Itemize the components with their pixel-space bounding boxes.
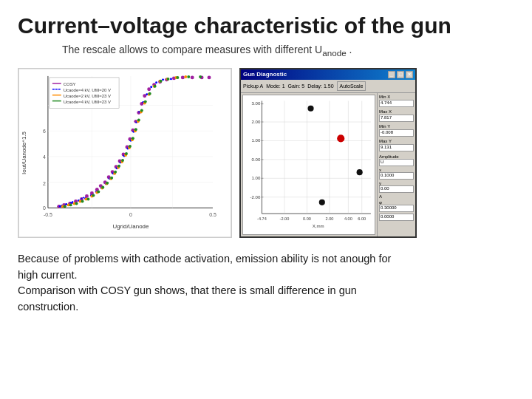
svg-text:6.00: 6.00 — [358, 216, 366, 221]
svg-point-124 — [149, 92, 151, 95]
svg-text:1.00: 1.00 — [252, 175, 261, 180]
svg-text:0.00: 0.00 — [303, 216, 311, 221]
svg-point-77 — [170, 78, 172, 80]
min-y-row: Min Y -0.008 — [379, 124, 414, 137]
svg-point-111 — [101, 185, 104, 188]
svg-rect-140 — [243, 97, 375, 232]
svg-point-128 — [176, 76, 179, 79]
bottom-val-section: 0.0000 — [379, 214, 414, 221]
x-section: x 0.1000 — [379, 168, 414, 180]
window-controls[interactable]: _ □ × — [388, 71, 413, 78]
svg-point-172 — [307, 105, 313, 111]
svg-point-112 — [106, 181, 109, 184]
phi-section: φ 0.30000 — [379, 200, 414, 212]
y-section: y 0.00 — [379, 181, 414, 193]
svg-point-110 — [97, 190, 100, 193]
svg-point-129 — [187, 75, 190, 78]
svg-text:4.00: 4.00 — [344, 216, 352, 221]
delay-label: Delay: 1.50 — [307, 83, 333, 89]
svg-text:0.00: 0.00 — [252, 157, 261, 162]
svg-point-105 — [69, 203, 72, 206]
amplitude-section: Amplitude U — [379, 154, 414, 166]
svg-text:Ugrid/Uanode: Ugrid/Uanode — [112, 223, 149, 230]
svg-point-125 — [154, 85, 157, 88]
svg-point-106 — [75, 202, 78, 205]
svg-text:6: 6 — [43, 129, 46, 134]
chart-right: Gun Diagnostic _ □ × Pickup A Mode: 1 Ga… — [239, 68, 417, 238]
svg-point-113 — [110, 177, 113, 180]
svg-point-103 — [184, 75, 187, 78]
svg-text:Ucaode=2 kV, Ufill=23 V: Ucaode=2 kV, Ufill=23 V — [64, 93, 111, 98]
page-title: Current–voltage characteristic of the gu… — [18, 13, 514, 38]
bottom-line2: high current. — [18, 267, 514, 284]
svg-point-76 — [162, 78, 164, 81]
a-section: A — [379, 194, 414, 199]
max-y-row: Max Y 9.131 — [379, 139, 414, 151]
svg-point-107 — [81, 200, 84, 202]
svg-point-49 — [208, 75, 211, 79]
svg-text:1.00: 1.00 — [252, 137, 261, 143]
window-toolbar: Pickup A Mode: 1 Gain: 5 Delay: 1.50 Aut… — [241, 80, 415, 93]
maximize-button[interactable]: □ — [397, 71, 404, 78]
minimize-button[interactable]: _ — [388, 71, 395, 78]
svg-text:0: 0 — [43, 205, 46, 211]
svg-text:2.00: 2.00 — [252, 119, 261, 124]
svg-point-120 — [134, 128, 137, 131]
close-button[interactable]: × — [406, 71, 413, 78]
svg-text:X,mm: X,mm — [313, 223, 324, 228]
min-x-row: Min X 4.744 — [379, 95, 414, 107]
svg-text:-4.74: -4.74 — [257, 216, 267, 221]
svg-text:0.5: 0.5 — [209, 212, 216, 217]
autoscale-button[interactable]: AutoScale — [337, 81, 366, 91]
svg-point-75 — [155, 81, 157, 83]
svg-point-117 — [125, 152, 128, 155]
svg-point-104 — [64, 205, 66, 208]
svg-text:-2.00: -2.00 — [250, 194, 262, 200]
svg-point-121 — [137, 118, 140, 121]
svg-point-108 — [86, 197, 89, 200]
gain-label: Gain: 5 — [288, 83, 305, 89]
svg-point-74 — [150, 86, 152, 88]
svg-text:Iout/Uanode^1.5: Iout/Uanode^1.5 — [21, 131, 27, 174]
svg-point-116 — [121, 159, 124, 162]
svg-point-130 — [199, 75, 202, 78]
svg-text:3.00: 3.00 — [252, 100, 261, 105]
svg-point-123 — [144, 100, 147, 103]
svg-point-46 — [181, 75, 185, 79]
x-coord-value: 0.1000 — [379, 172, 414, 180]
window-titlebar: Gun Diagnostic _ □ × — [241, 69, 415, 80]
bottom-text: Because of problems with cathode activat… — [18, 251, 514, 316]
svg-point-127 — [167, 78, 170, 81]
svg-point-174 — [357, 169, 363, 175]
svg-text:4: 4 — [43, 154, 46, 160]
subscript-uanode: anode — [322, 44, 346, 55]
mode-label: Mode: 1 — [266, 83, 284, 89]
svg-text:Ucaode=4 kV, Ufill=20 V: Ucaode=4 kV, Ufill=20 V — [64, 88, 111, 92]
svg-point-122 — [140, 109, 143, 112]
subtitle: The rescale allows to compare measures w… — [62, 44, 514, 58]
plot-area: 3.00 2.00 1.00 0.00 1.00 -2.00 — [242, 95, 375, 235]
svg-point-115 — [117, 165, 120, 168]
bottom-line4: construction. — [18, 299, 514, 316]
svg-point-119 — [132, 137, 134, 140]
phi-value: 0.30000 — [379, 205, 414, 212]
svg-text:-0.5: -0.5 — [44, 212, 52, 217]
svg-point-126 — [160, 80, 163, 83]
svg-text:0: 0 — [129, 212, 132, 217]
svg-point-41 — [147, 87, 151, 91]
svg-text:2.00: 2.00 — [326, 216, 334, 221]
svg-text:-2.00: -2.00 — [280, 216, 290, 221]
svg-point-118 — [129, 145, 132, 148]
svg-text:COSY: COSY — [64, 82, 76, 86]
svg-point-47 — [191, 75, 194, 79]
subtitle-text-before: The rescale allows to compare measures w… — [62, 44, 322, 55]
svg-point-175 — [319, 200, 325, 205]
page-container: Current–voltage characteristic of the gu… — [0, 0, 532, 399]
gun-diagnostic-window: Gun Diagnostic _ □ × Pickup A Mode: 1 Ga… — [239, 68, 417, 238]
bottom-value: 0.0000 — [379, 214, 414, 221]
svg-point-173 — [337, 134, 344, 142]
svg-point-109 — [92, 194, 95, 197]
window-title: Gun Diagnostic — [243, 71, 287, 78]
max-x-row: Max X 7.817 — [379, 109, 414, 122]
pickup-label: Pickup A — [243, 83, 263, 89]
